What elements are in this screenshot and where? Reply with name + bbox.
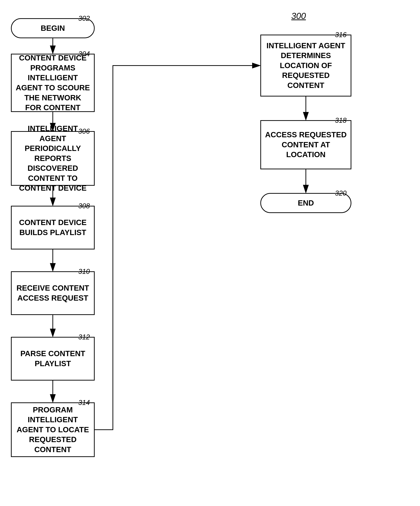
node-306: INTELLIGENT AGENT PERIODICALLY REPORTS D… [11, 131, 95, 186]
node-304: CONTENT DEVICE PROGRAMS INTELLIGENT AGEN… [11, 54, 95, 112]
node-308: CONTENT DEVICE BUILDS PLAYLIST [11, 206, 95, 249]
node-316: INTELLIGENT AGENT DETERMINES LOCATION OF… [260, 35, 351, 97]
end-label: END [298, 198, 314, 208]
ref-316: 316 [335, 31, 347, 39]
ref-318: 318 [335, 117, 347, 124]
node-314-label: PROGRAM INTELLIGENT AGENT TO LOCATE REQU… [15, 405, 90, 455]
node-316-label: INTELLIGENT AGENT DETERMINES LOCATION OF… [265, 41, 347, 91]
node-312: PARSE CONTENT PLAYLIST [11, 337, 95, 380]
node-304-label: CONTENT DEVICE PROGRAMS INTELLIGENT AGEN… [15, 53, 90, 113]
ref-304: 304 [78, 50, 90, 58]
ref-314: 314 [78, 399, 90, 406]
ref-308: 308 [78, 202, 90, 210]
ref-312: 312 [78, 333, 90, 341]
diagram-title: 300 [291, 11, 306, 21]
begin-label: BEGIN [40, 23, 65, 33]
node-318: ACCESS REQUESTED CONTENT AT LOCATION [260, 120, 351, 169]
node-312-label: PARSE CONTENT PLAYLIST [15, 349, 90, 368]
ref-310: 310 [78, 268, 90, 275]
node-310-label: RECEIVE CONTENT ACCESS REQUEST [15, 283, 90, 303]
ref-306: 306 [78, 127, 90, 135]
node-310: RECEIVE CONTENT ACCESS REQUEST [11, 271, 95, 315]
node-318-label: ACCESS REQUESTED CONTENT AT LOCATION [265, 130, 347, 160]
ref-320: 320 [335, 189, 347, 197]
node-308-label: CONTENT DEVICE BUILDS PLAYLIST [15, 218, 90, 237]
node-314: PROGRAM INTELLIGENT AGENT TO LOCATE REQU… [11, 402, 95, 457]
ref-302: 302 [78, 14, 90, 22]
diagram-container: 300 BEGIN 302 CONTENT DEVICE PROGRAMS IN… [0, 0, 420, 506]
